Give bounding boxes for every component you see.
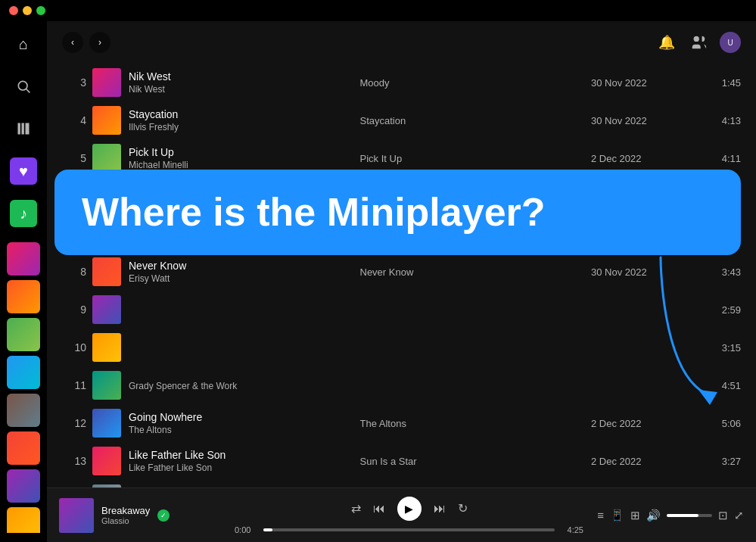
overlay-text: Where is the Miniplayer? — [82, 191, 714, 234]
player-info: Breakaway Glassio — [101, 505, 150, 525]
sidebar-item-library[interactable] — [10, 115, 37, 142]
sidebar-thumb-5[interactable] — [7, 394, 40, 427]
svg-point-5 — [694, 36, 699, 42]
svg-rect-4 — [26, 123, 30, 135]
track-artist: Michael Minelli — [129, 160, 354, 170]
sidebar-thumb-3[interactable] — [7, 318, 40, 351]
traffic-lights — [9, 6, 45, 15]
track-artist: Erisy Watt — [129, 273, 354, 284]
player-buttons: ⇄ ⏮ ▶ ⏭ ↻ — [351, 497, 468, 521]
track-number: 9 — [62, 304, 86, 316]
track-row[interactable]: 3 Nik West Nik West Moody 30 Nov 2022 1:… — [62, 64, 741, 101]
svg-rect-2 — [18, 123, 20, 135]
sidebar-item-playlist[interactable]: ♪ — [10, 200, 37, 227]
track-album: Sun Is a Star — [360, 456, 586, 467]
track-title: Nik West — [129, 70, 354, 83]
sidebar-item-search[interactable] — [10, 73, 37, 100]
track-row[interactable]: 14 Melanin DEQN SUE Juggernaut 30 Nov 20… — [62, 480, 741, 487]
sidebar-thumb-4[interactable] — [7, 356, 40, 389]
track-number: 3 — [62, 76, 86, 89]
track-row[interactable]: 13 Like Father Like Son Like Father Like… — [62, 442, 741, 480]
track-duration: 3:27 — [703, 456, 741, 467]
progress-bar[interactable] — [263, 528, 555, 531]
prev-button[interactable]: ⏮ — [373, 502, 385, 516]
mute-icon[interactable]: 🔊 — [646, 509, 661, 522]
miniplayer-icon[interactable]: ⊡ — [718, 509, 728, 522]
track-duration: 4:11 — [703, 153, 741, 164]
user-avatar[interactable]: U — [720, 32, 741, 53]
track-info: Melanin DEQN SUE — [129, 487, 354, 487]
track-list[interactable]: Where is the Miniplayer? 3 Nik West Nik … — [47, 64, 756, 487]
track-thumbnail — [92, 371, 121, 400]
sidebar-thumb-8[interactable] — [7, 507, 40, 533]
current-time: 0:00 — [235, 525, 257, 534]
close-button[interactable] — [9, 6, 18, 15]
track-number: 8 — [62, 266, 86, 278]
track-duration: 4:13 — [703, 115, 741, 126]
notification-icon[interactable]: 🔔 — [656, 32, 677, 53]
track-row[interactable]: 4 Staycation Illvis Freshly Staycation 3… — [62, 101, 741, 139]
device-icon[interactable]: 📱 — [610, 509, 624, 522]
track-title: Going Nowhere — [129, 411, 354, 423]
queue-icon[interactable]: ≡ — [597, 509, 604, 522]
minimize-button[interactable] — [23, 6, 32, 15]
nav-right: 🔔 U — [656, 32, 741, 53]
fullscreen-button[interactable] — [36, 6, 45, 15]
track-artist: Grady Spencer & the Work — [129, 381, 354, 391]
track-album: Moody — [360, 77, 586, 89]
track-info: Like Father Like Son Like Father Like So… — [129, 449, 354, 473]
sidebar-thumb-6[interactable] — [7, 431, 40, 465]
track-date: 30 Nov 2022 — [591, 115, 697, 126]
track-title: Staycation — [129, 108, 354, 120]
track-artist: Like Father Like Son — [129, 463, 354, 473]
track-thumbnail — [92, 447, 121, 475]
next-button[interactable]: ⏭ — [434, 502, 446, 516]
repeat-button[interactable]: ↻ — [458, 501, 468, 516]
svg-marker-6 — [698, 390, 717, 405]
track-artist: Nik West — [129, 84, 354, 95]
track-info: Grady Spencer & the Work — [129, 379, 354, 391]
player-bar: Breakaway Glassio ✓ ⇄ ⏮ ▶ ⏭ ↻ 0:00 — [47, 487, 756, 542]
track-thumbnail — [92, 144, 121, 173]
track-info: Pick It Up Michael Minelli — [129, 146, 354, 170]
track-thumbnail — [92, 333, 121, 362]
svg-point-0 — [18, 81, 27, 90]
liked-check[interactable]: ✓ — [157, 509, 170, 522]
track-info: Staycation Illvis Freshly — [129, 108, 354, 132]
connect-icon[interactable]: ⊞ — [630, 509, 640, 522]
track-title: Melanin — [129, 487, 354, 487]
users-icon[interactable] — [688, 32, 709, 53]
track-album: The Altons — [360, 418, 586, 429]
sidebar-thumb-2[interactable] — [7, 280, 40, 313]
sidebar-thumb-7[interactable] — [7, 469, 40, 503]
track-thumbnail — [92, 68, 121, 97]
volume-fill — [667, 514, 698, 517]
player-title: Breakaway — [101, 505, 150, 516]
titlebar — [0, 0, 756, 21]
track-number: 5 — [62, 152, 86, 164]
forward-button[interactable]: › — [89, 32, 110, 53]
track-date: 2 Dec 2022 — [591, 153, 697, 164]
play-button[interactable]: ▶ — [397, 497, 422, 521]
track-number: 10 — [62, 341, 86, 354]
player-track: Breakaway Glassio ✓ — [59, 498, 226, 533]
fullscreen-icon[interactable]: ⤢ — [734, 509, 744, 522]
track-album: Never Know — [360, 266, 586, 278]
track-thumbnail — [92, 295, 121, 324]
track-album: Pick It Up — [360, 153, 586, 164]
sidebar-item-home[interactable]: ⌂ — [10, 30, 37, 58]
sidebar-thumb-1[interactable] — [7, 242, 40, 276]
sidebar-thumbnails — [7, 242, 40, 533]
track-thumbnail — [92, 106, 121, 135]
nav-arrows: ‹ › — [62, 32, 110, 53]
track-duration: 1:45 — [703, 77, 741, 89]
sidebar-item-liked[interactable]: ♥ — [10, 157, 37, 185]
volume-bar[interactable] — [667, 514, 712, 517]
back-button[interactable]: ‹ — [62, 32, 83, 53]
track-title: Never Know — [129, 260, 354, 272]
topnav: ‹ › 🔔 U — [47, 21, 756, 64]
player-controls: ⇄ ⏮ ▶ ⏭ ↻ 0:00 4:25 — [235, 497, 583, 534]
shuffle-button[interactable]: ⇄ — [351, 501, 361, 516]
track-artist: The Altons — [129, 425, 354, 435]
sidebar: ⌂ ♥ ♪ — [0, 21, 47, 542]
